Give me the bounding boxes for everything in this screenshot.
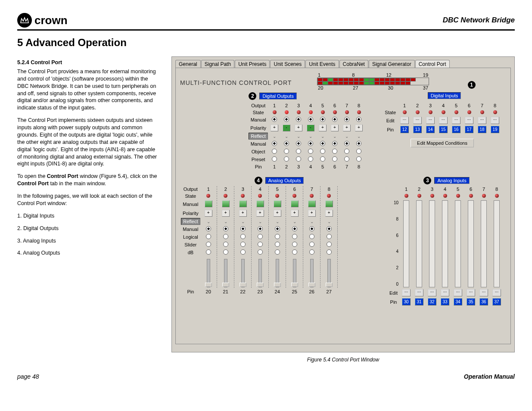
chevron-down-icon[interactable]: ⌄ bbox=[285, 134, 288, 139]
manual-button[interactable] bbox=[256, 200, 264, 207]
radio-manual[interactable] bbox=[308, 117, 313, 122]
radio-object[interactable] bbox=[284, 149, 289, 154]
slider-thumb[interactable] bbox=[205, 283, 212, 287]
manual-button[interactable] bbox=[325, 200, 333, 207]
edit-button[interactable]: ··· bbox=[454, 289, 462, 296]
radio-db[interactable] bbox=[240, 249, 246, 255]
slider-thumb[interactable] bbox=[257, 283, 264, 287]
radio-logical[interactable] bbox=[258, 234, 263, 239]
radio-preset[interactable] bbox=[296, 156, 301, 162]
radio-slider[interactable] bbox=[275, 242, 280, 247]
radio-manual[interactable] bbox=[240, 226, 246, 231]
radio-db[interactable] bbox=[258, 249, 263, 255]
chevron-down-icon[interactable]: ⌄ bbox=[297, 134, 300, 139]
polarity-toggle[interactable]: + bbox=[355, 125, 363, 131]
edit-button[interactable]: ··· bbox=[467, 289, 475, 296]
edit-button[interactable]: ··· bbox=[413, 117, 422, 124]
radio-manual[interactable] bbox=[272, 117, 277, 122]
radio-manual[interactable] bbox=[332, 141, 337, 146]
radio-logical[interactable] bbox=[327, 234, 332, 239]
chevron-down-icon[interactable]: ⌄ bbox=[258, 219, 262, 224]
slider-thumb[interactable] bbox=[240, 283, 246, 287]
chevron-down-icon[interactable]: ⌄ bbox=[293, 219, 296, 224]
chevron-down-icon[interactable]: ⌄ bbox=[327, 219, 331, 224]
radio-slider[interactable] bbox=[206, 242, 211, 247]
radio-preset[interactable] bbox=[308, 156, 313, 162]
radio-logical[interactable] bbox=[223, 234, 228, 239]
radio-preset[interactable] bbox=[356, 156, 361, 162]
radio-manual[interactable] bbox=[272, 141, 277, 146]
chevron-down-icon[interactable]: ⌄ bbox=[333, 134, 336, 139]
radio-slider[interactable] bbox=[240, 242, 246, 247]
radio-manual[interactable] bbox=[284, 117, 289, 122]
edit-button[interactable]: ··· bbox=[415, 289, 423, 296]
manual-button[interactable] bbox=[205, 200, 212, 207]
radio-manual[interactable] bbox=[344, 141, 349, 146]
edit-button[interactable]: ··· bbox=[465, 117, 473, 124]
radio-manual[interactable] bbox=[320, 117, 325, 122]
chevron-down-icon[interactable]: ⌄ bbox=[345, 134, 348, 139]
chevron-down-icon[interactable]: ⌄ bbox=[357, 134, 361, 139]
polarity-toggle[interactable]: + bbox=[319, 125, 327, 131]
polarity-toggle[interactable]: + bbox=[331, 125, 339, 131]
radio-object[interactable] bbox=[272, 149, 277, 154]
radio-preset[interactable] bbox=[344, 156, 349, 162]
chevron-down-icon[interactable]: ⌄ bbox=[273, 134, 276, 139]
radio-object[interactable] bbox=[296, 149, 301, 154]
chevron-down-icon[interactable]: ⌄ bbox=[321, 134, 324, 139]
radio-manual[interactable] bbox=[309, 226, 314, 231]
chevron-down-icon[interactable]: ⌄ bbox=[309, 134, 312, 139]
radio-db[interactable] bbox=[206, 249, 211, 255]
radio-slider[interactable] bbox=[309, 242, 314, 247]
radio-manual[interactable] bbox=[206, 226, 211, 231]
polarity-toggle[interactable]: + bbox=[325, 210, 333, 217]
manual-button[interactable] bbox=[308, 200, 316, 207]
radio-manual[interactable] bbox=[320, 141, 325, 146]
radio-slider[interactable] bbox=[327, 242, 332, 247]
radio-slider[interactable] bbox=[223, 242, 228, 247]
radio-manual[interactable] bbox=[332, 117, 337, 122]
manual-button[interactable] bbox=[291, 200, 299, 207]
edit-button[interactable]: ··· bbox=[428, 289, 436, 296]
edit-button[interactable]: ··· bbox=[478, 117, 486, 124]
radio-manual[interactable] bbox=[275, 226, 280, 231]
radio-logical[interactable] bbox=[206, 234, 211, 239]
radio-manual[interactable] bbox=[356, 117, 361, 122]
slider-thumb[interactable] bbox=[222, 283, 229, 287]
edit-button[interactable]: ··· bbox=[452, 117, 460, 124]
radio-manual[interactable] bbox=[356, 141, 361, 146]
slider-thumb[interactable] bbox=[308, 283, 315, 287]
polarity-toggle[interactable]: - bbox=[283, 125, 290, 131]
radio-logical[interactable] bbox=[275, 234, 280, 239]
edit-button[interactable]: ··· bbox=[426, 117, 435, 124]
tab-general[interactable]: General bbox=[175, 60, 201, 68]
radio-object[interactable] bbox=[356, 149, 361, 154]
slider-thumb[interactable] bbox=[291, 283, 298, 287]
tab-cobranet[interactable]: CobraNet bbox=[339, 60, 368, 68]
tab-control-port[interactable]: Control Port bbox=[415, 60, 450, 68]
radio-manual[interactable] bbox=[308, 141, 313, 146]
radio-object[interactable] bbox=[320, 149, 325, 154]
edit-button[interactable]: ··· bbox=[439, 117, 448, 124]
polarity-toggle[interactable]: + bbox=[343, 125, 351, 131]
chevron-down-icon[interactable]: ⌄ bbox=[276, 219, 279, 224]
polarity-toggle[interactable]: + bbox=[222, 210, 230, 217]
polarity-toggle[interactable]: + bbox=[295, 125, 302, 131]
radio-logical[interactable] bbox=[292, 234, 297, 239]
polarity-toggle[interactable]: + bbox=[271, 125, 278, 131]
tab-unit-presets[interactable]: Unit Presets bbox=[235, 60, 270, 68]
radio-preset[interactable] bbox=[320, 156, 325, 162]
radio-preset[interactable] bbox=[332, 156, 337, 162]
chevron-down-icon[interactable]: ⌄ bbox=[224, 219, 227, 224]
polarity-toggle[interactable]: + bbox=[256, 210, 264, 217]
manual-button[interactable] bbox=[239, 200, 247, 207]
radio-manual[interactable] bbox=[292, 226, 297, 231]
polarity-toggle[interactable]: + bbox=[274, 210, 281, 217]
radio-manual[interactable] bbox=[258, 226, 263, 231]
polarity-toggle[interactable]: - bbox=[307, 125, 314, 131]
edit-button[interactable]: ··· bbox=[402, 289, 411, 296]
radio-manual[interactable] bbox=[296, 117, 301, 122]
radio-db[interactable] bbox=[292, 249, 297, 255]
radio-logical[interactable] bbox=[309, 234, 314, 239]
radio-object[interactable] bbox=[332, 149, 337, 154]
